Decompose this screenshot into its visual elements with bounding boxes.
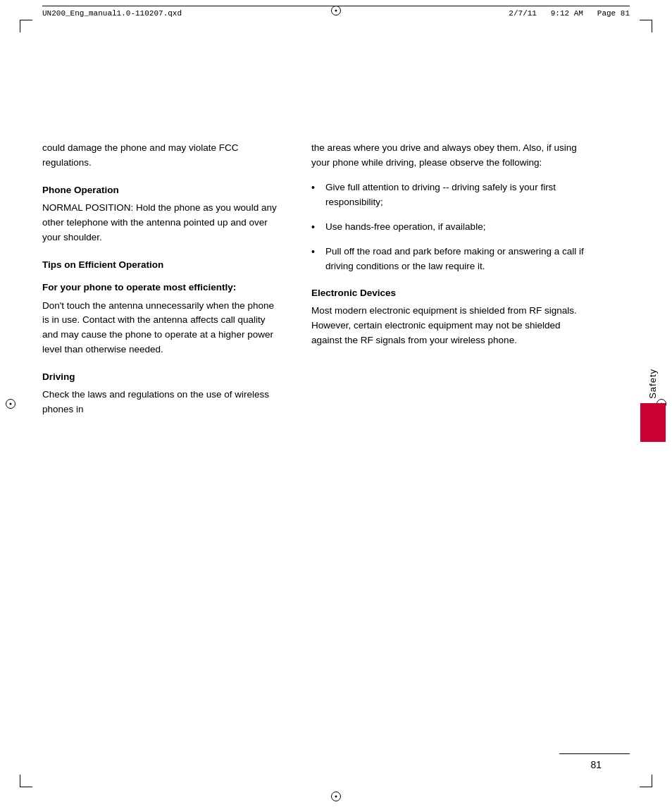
section-electronic-devices: Electronic Devices Most modern electroni…	[311, 288, 591, 348]
section-tips-operation: Tips on Efficient Operation For your pho…	[42, 259, 283, 358]
left-column: could damage the phone and may violate F…	[42, 46, 303, 765]
right-intro-text: the areas where you drive and always obe…	[311, 141, 591, 171]
reg-circle-left	[6, 399, 15, 409]
tips-heading: Tips on Efficient Operation	[42, 259, 283, 270]
electronic-devices-heading: Electronic Devices	[311, 288, 591, 298]
phone-operation-heading: Phone Operation	[42, 185, 283, 195]
driving-heading: Driving	[42, 371, 283, 382]
section-phone-operation: Phone Operation NORMAL POSITION: Hold th…	[42, 185, 283, 245]
corner-mark-bl	[20, 775, 32, 787]
bullet-item-3: Pull off the road and park before making…	[311, 245, 591, 274]
bottom-line	[559, 753, 630, 754]
corner-mark-tl	[20, 20, 32, 32]
bullet-item-2: Use hands-free operation, if available;	[311, 220, 591, 235]
header-filename: UN200_Eng_manual1.0-110207.qxd	[42, 9, 182, 18]
electronic-devices-body: Most modern electronic equipment is shie…	[311, 304, 591, 348]
right-column: the areas where you drive and always obe…	[303, 46, 626, 765]
driving-bullets: Give full attention to driving -- drivin…	[311, 180, 591, 274]
corner-mark-br	[640, 775, 652, 787]
corner-mark-tr	[640, 20, 652, 32]
page-container: UN200_Eng_manual1.0-110207.qxd 2/7/11 9:…	[0, 0, 672, 807]
reg-circle-bottom	[331, 791, 341, 801]
safety-bar	[640, 403, 666, 442]
driving-body: Check the laws and regulations on the us…	[42, 388, 283, 417]
safety-sidebar: Safety	[633, 46, 672, 765]
section-driving: Driving Check the laws and regulations o…	[42, 371, 283, 417]
tips-sub-heading: For your phone to operate most efficient…	[42, 281, 283, 295]
page-number: 81	[590, 759, 602, 770]
header-datetime: 2/7/11 9:12 AM Page 81	[509, 9, 630, 18]
left-intro-text: could damage the phone and may violate F…	[42, 141, 283, 171]
safety-label: Safety	[647, 369, 658, 399]
tips-body: Don't touch the antenna unnecessarily wh…	[42, 299, 283, 358]
phone-operation-body: NORMAL POSITION: Hold the phone as you w…	[42, 201, 283, 245]
header-bar: UN200_Eng_manual1.0-110207.qxd 2/7/11 9:…	[42, 6, 630, 18]
bullet-item-1: Give full attention to driving -- drivin…	[311, 180, 591, 210]
